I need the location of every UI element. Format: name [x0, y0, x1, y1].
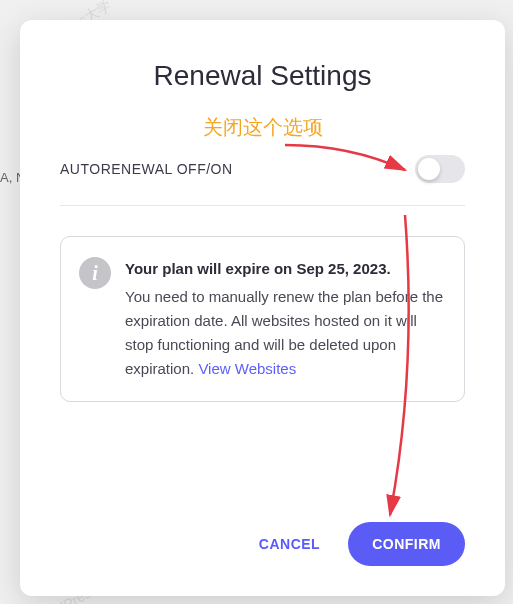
info-icon: i [79, 257, 111, 289]
modal-title: Renewal Settings [60, 60, 465, 92]
toggle-knob [418, 158, 440, 180]
confirm-button[interactable]: CONFIRM [348, 522, 465, 566]
view-websites-link[interactable]: View Websites [198, 360, 296, 377]
renewal-settings-modal: Renewal Settings 关闭这个选项 AUTORENEWAL OFF/… [20, 20, 505, 596]
autorenewal-label: AUTORENEWAL OFF/ON [60, 161, 233, 177]
cancel-button[interactable]: CANCEL [251, 524, 328, 564]
notice-content: Your plan will expire on Sep 25, 2023. Y… [125, 257, 444, 381]
annotation-text: 关闭这个选项 [60, 114, 465, 141]
autorenewal-toggle[interactable] [415, 155, 465, 183]
modal-actions: CANCEL CONFIRM [60, 482, 465, 566]
expiration-notice: i Your plan will expire on Sep 25, 2023.… [60, 236, 465, 402]
notice-heading: Your plan will expire on Sep 25, 2023. [125, 257, 444, 281]
autorenewal-row: AUTORENEWAL OFF/ON [60, 155, 465, 206]
